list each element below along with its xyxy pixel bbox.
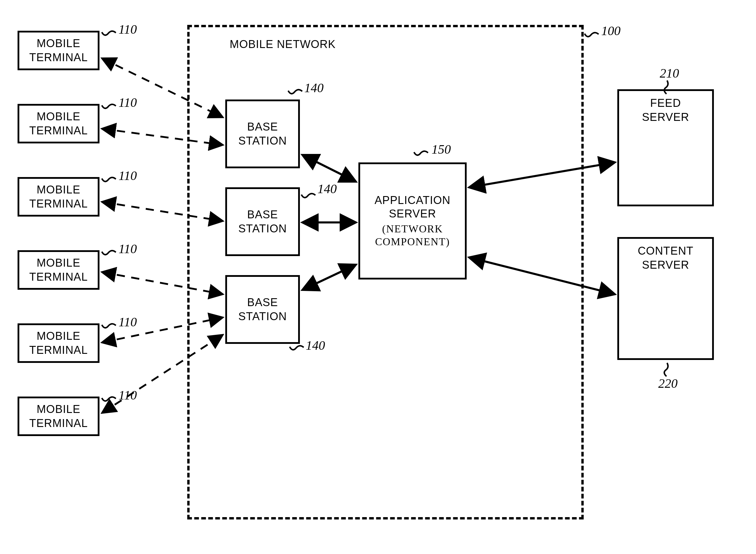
ref-mt6: 110 — [118, 388, 137, 403]
mobile-terminal-5: MOBILE TERMINAL — [17, 323, 100, 363]
mobile-terminal-3: MOBILE TERMINAL — [17, 177, 100, 217]
mobile-terminal-2: MOBILE TERMINAL — [17, 104, 100, 144]
mobile-terminal-6: MOBILE TERMINAL — [17, 396, 100, 436]
content-server: CONTENT SERVER — [617, 237, 714, 360]
ref-contentserver: 220 — [658, 376, 678, 391]
ref-feedserver: 210 — [660, 66, 679, 81]
app-server-label: APPLICATION SERVER — [374, 194, 450, 220]
app-server-subtitle: (NETWORK COMPONENT) — [375, 223, 450, 248]
ref-appserver: 150 — [431, 142, 451, 157]
mobile-terminal-4: MOBILE TERMINAL — [17, 250, 100, 290]
base-station-3: BASE STATION — [225, 275, 300, 344]
mobile-terminal-1: MOBILE TERMINAL — [17, 31, 100, 70]
ref-mt2: 110 — [118, 95, 137, 110]
ref-mt1: 110 — [118, 22, 137, 37]
ref-mt5: 110 — [118, 315, 137, 330]
ref-100: 100 — [601, 23, 621, 38]
ref-mt3: 110 — [118, 168, 137, 183]
ref-mt4: 110 — [118, 241, 137, 256]
base-station-2: BASE STATION — [225, 187, 300, 256]
mobile-network-title: MOBILE NETWORK — [230, 38, 336, 51]
ref-bs2: 140 — [317, 181, 337, 197]
ref-bs1: 140 — [304, 80, 324, 95]
base-station-1: BASE STATION — [225, 100, 300, 168]
application-server: APPLICATION SERVER (NETWORK COMPONENT) — [358, 162, 467, 279]
feed-server: FEED SERVER — [617, 89, 714, 206]
ref-bs3: 140 — [306, 338, 325, 353]
